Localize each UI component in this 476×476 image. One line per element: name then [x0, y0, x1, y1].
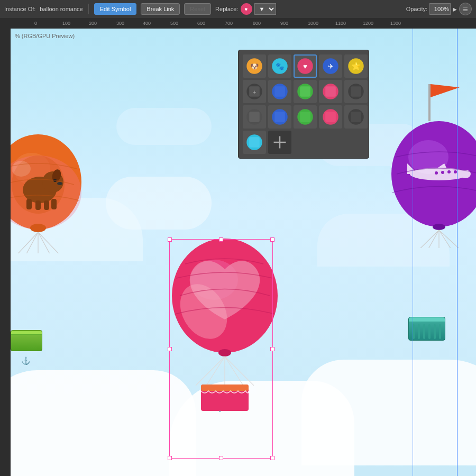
svg-line-16 [24, 232, 38, 253]
toolbar: Instance Of: balloon romance Edit Symbol… [0, 0, 476, 18]
svg-rect-77 [325, 112, 336, 122]
ruler-label-900: 900 [280, 21, 288, 26]
svg-line-27 [225, 356, 243, 386]
svg-rect-71 [249, 112, 260, 122]
symbol-item-14[interactable] [319, 105, 342, 129]
preview-label: % (RGB/GPU Preview) [15, 33, 75, 39]
flag-area [428, 105, 460, 121]
symbol-item-12[interactable] [268, 105, 291, 129]
ruler-label-700: 700 [225, 21, 233, 26]
basket-lines [409, 323, 445, 340]
ruler-label-200: 200 [89, 21, 97, 26]
reset-button[interactable]: Reset [184, 3, 211, 15]
ruler-label-0: 0 [34, 21, 37, 26]
guide-line-right2 [413, 29, 413, 476]
svg-rect-81 [249, 137, 260, 148]
svg-rect-67 [325, 86, 336, 97]
svg-line-28 [225, 356, 254, 386]
ruler-label-1300: 1300 [390, 21, 401, 26]
svg-rect-73 [274, 112, 285, 122]
symbol-item-4[interactable]: ✈ [319, 54, 342, 78]
symbol-item-16[interactable] [243, 131, 266, 154]
svg-text:♥: ♥ [303, 62, 307, 70]
opacity-input[interactable] [429, 3, 451, 15]
ruler-label-100: 100 [62, 21, 70, 26]
balloon-left-basket-area: 🎏 ⚓ [11, 330, 42, 351]
balloon-center-svg: ⚓ [167, 237, 283, 412]
canvas: % (RGB/GPU Preview) [11, 29, 476, 476]
cloud-upper-center [116, 108, 212, 145]
svg-line-25 [206, 356, 225, 386]
svg-line-19 [38, 232, 63, 253]
balloon-right-wrapper [386, 116, 476, 250]
instance-of-label: Instance Of: [4, 6, 35, 12]
symbol-item-5[interactable]: ⭐ [344, 54, 368, 78]
ruler-label-1200: 1200 [363, 21, 373, 26]
svg-line-18 [38, 232, 52, 253]
ruler-top: 0 100 200 300 400 500 600 700 800 900 10… [0, 18, 476, 29]
svg-rect-12 [51, 199, 57, 209]
replace-area: Replace: ▼ [215, 3, 276, 15]
balloon-left-svg [11, 132, 85, 253]
symbol-item-8[interactable] [294, 80, 317, 103]
opacity-area: Opacity: ▶ [406, 3, 472, 15]
cloud-mid-left2 [106, 177, 212, 230]
svg-rect-79 [351, 112, 361, 122]
menu-icon[interactable] [459, 3, 472, 15]
svg-line-15 [13, 232, 38, 253]
symbol-item-6[interactable]: + [243, 80, 266, 103]
svg-line-45 [426, 230, 439, 248]
symbol-item-3[interactable]: ♥ [294, 54, 317, 78]
balloon-center-wrapper[interactable]: ⚓ [167, 237, 283, 414]
symbol-item-1[interactable]: 🐶 [243, 54, 266, 78]
symbol-item-13[interactable] [294, 105, 317, 129]
separator-1 [88, 4, 89, 14]
svg-text:🐶: 🐶 [250, 62, 259, 71]
balloon-left-anchor: ⚓ [21, 356, 30, 365]
symbol-item-10[interactable] [344, 80, 368, 103]
symbol-item-11[interactable] [243, 105, 266, 129]
svg-point-14 [30, 224, 46, 232]
svg-line-48 [439, 230, 464, 248]
opacity-label: Opacity: [406, 6, 427, 12]
ruler-label-1100: 1100 [335, 21, 346, 26]
symbol-item-2[interactable]: 🐾 [268, 54, 291, 78]
balloon-left-wrapper: 🎏 ⚓ [11, 132, 85, 255]
replace-dropdown[interactable]: ▼ [254, 3, 276, 15]
break-link-button[interactable]: Break Link [141, 3, 180, 15]
ruler-label-1000: 1000 [308, 21, 318, 26]
svg-point-43 [433, 224, 445, 230]
instance-name: balloon romance [40, 6, 83, 12]
svg-text:🐾: 🐾 [276, 62, 285, 71]
svg-text:⭐: ⭐ [351, 61, 361, 71]
ruler-left [0, 18, 11, 476]
svg-rect-9 [26, 199, 32, 209]
cloud-bottom-right [301, 360, 476, 465]
balloon-left-basket [11, 330, 42, 351]
svg-rect-75 [300, 112, 310, 122]
symbol-item-9[interactable] [319, 80, 342, 103]
balloon-right-basket [408, 317, 445, 341]
edit-symbol-button[interactable]: Edit Symbol [94, 3, 137, 15]
replace-thumbnail[interactable] [241, 3, 252, 15]
ruler-label-800: 800 [253, 21, 261, 26]
symbol-grid: 🐶 🐾 ♥ ✈ ⭐ + [243, 54, 364, 154]
symbol-item-15[interactable] [344, 105, 368, 129]
svg-line-44 [415, 230, 439, 248]
svg-rect-69 [351, 86, 361, 97]
symbol-item-7[interactable] [268, 80, 291, 103]
symbol-add-button[interactable] [268, 131, 291, 154]
svg-line-47 [439, 230, 454, 248]
svg-text:✈: ✈ [328, 62, 334, 70]
svg-point-40 [441, 171, 444, 174]
svg-rect-10 [35, 200, 41, 210]
svg-point-23 [218, 349, 231, 356]
flag-pole [428, 84, 431, 121]
guide-line-right [457, 29, 457, 476]
svg-rect-65 [300, 86, 310, 97]
svg-rect-63 [274, 86, 285, 97]
opacity-arrow[interactable]: ▶ [453, 6, 457, 12]
svg-point-13 [12, 161, 31, 177]
symbol-panel: ≡ 🐶 🐾 ♥ ✈ ⭐ + [238, 50, 369, 159]
ruler-label-600: 600 [197, 21, 205, 26]
